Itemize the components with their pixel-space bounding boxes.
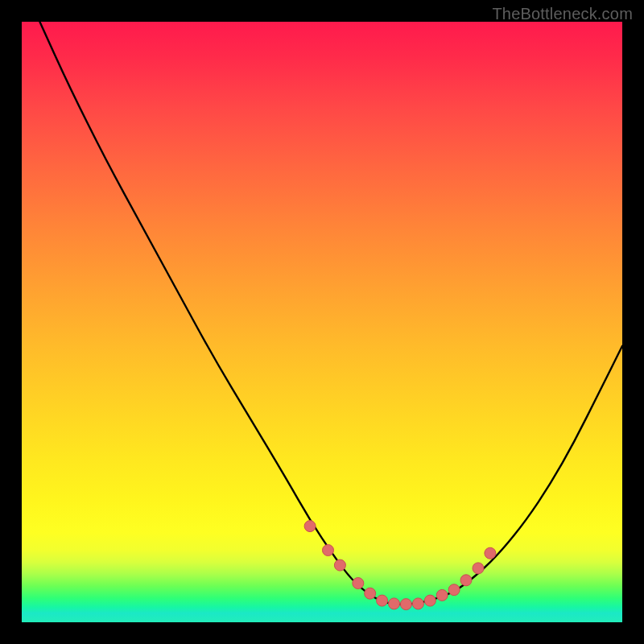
marker-dots [304,521,496,610]
marker-dot [436,589,448,601]
marker-dot [412,598,423,609]
watermark-text: TheBottleneck.com [492,5,633,23]
bottleneck-curve [39,22,622,605]
chart-frame: TheBottleneck.com [0,0,644,644]
marker-dot [448,584,460,596]
marker-dot [400,599,411,610]
marker-dot [460,575,472,586]
marker-dot [353,578,364,589]
marker-dot [485,547,496,559]
marker-dot [365,588,376,599]
marker-dot [389,598,400,609]
marker-dot [473,563,484,574]
marker-dot [377,595,388,606]
marker-dot [304,521,316,532]
chart-svg [22,22,622,622]
marker-dot [424,595,436,606]
marker-dot [334,559,345,571]
marker-dot [323,545,334,556]
